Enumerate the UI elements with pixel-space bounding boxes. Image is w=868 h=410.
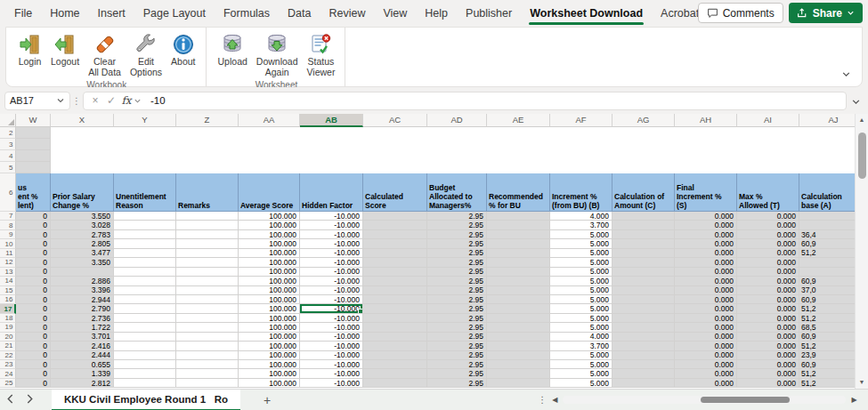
cell-AC18[interactable] <box>363 314 427 323</box>
cell-AB2[interactable] <box>300 127 363 139</box>
cell-AB18[interactable]: -10.000 <box>300 314 363 323</box>
cell-X23[interactable]: 0.655 <box>51 360 114 369</box>
cell-X21[interactable]: 2.416 <box>51 342 114 350</box>
cell-AB24[interactable]: -10.000 <box>300 369 363 378</box>
cell-Z20[interactable] <box>176 333 239 342</box>
cell-AE2[interactable] <box>487 127 550 139</box>
cell-AE21[interactable] <box>487 342 550 350</box>
cell-AE3[interactable] <box>487 139 550 150</box>
ribbon-tab-file[interactable]: File <box>5 0 41 27</box>
row-header-3[interactable]: 3 <box>0 139 16 150</box>
cell-AI16[interactable]: 0.000 <box>737 295 799 304</box>
cell-AD12[interactable]: 2.95 <box>427 258 487 267</box>
cell-AD2[interactable] <box>427 127 487 139</box>
cell-AB10[interactable]: -10.000 <box>300 239 363 248</box>
cell-AF7[interactable]: 4.000 <box>550 212 612 221</box>
cell-AE22[interactable] <box>487 351 550 360</box>
cell-AD23[interactable]: 2.95 <box>427 360 487 369</box>
cell-X24[interactable]: 1.339 <box>51 369 114 378</box>
cell-AF8[interactable]: 3.700 <box>550 221 612 229</box>
upload-button[interactable]: Upload <box>214 30 252 79</box>
cell-AA18[interactable]: 100.000 <box>239 314 300 323</box>
cell-AH7[interactable]: 0.000 <box>675 212 737 221</box>
cell-Z18[interactable] <box>176 314 239 323</box>
cell-AC22[interactable] <box>363 351 427 360</box>
cell-X20[interactable]: 3.701 <box>51 333 114 342</box>
login-button[interactable]: Login <box>13 30 46 79</box>
row-header-22[interactable]: 22 <box>0 351 16 360</box>
cell-Y2[interactable] <box>114 127 176 139</box>
cell-AF20[interactable]: 4.000 <box>550 333 612 342</box>
cell-AF19[interactable]: 5.000 <box>550 323 612 332</box>
cell-AE23[interactable] <box>487 360 550 369</box>
cell-Y10[interactable] <box>114 239 176 248</box>
cell-AE12[interactable] <box>487 258 550 267</box>
cell-AB5[interactable] <box>300 162 363 173</box>
ribbon-tab-help[interactable]: Help <box>416 0 457 27</box>
cell-AA25[interactable]: 100.000 <box>239 379 300 388</box>
cell-AD7[interactable]: 2.95 <box>427 212 487 221</box>
cell-AD20[interactable]: 2.95 <box>427 333 487 342</box>
cell-AB23[interactable]: -10.000 <box>300 360 363 369</box>
cell-W16[interactable]: 0 <box>16 295 51 304</box>
cell-X6[interactable]: Prior Salary Change % <box>51 173 114 212</box>
cell-AA9[interactable]: 100.000 <box>239 230 300 239</box>
cell-W2[interactable] <box>16 127 51 139</box>
cell-X22[interactable]: 2.444 <box>51 351 114 360</box>
cell-Z15[interactable] <box>176 286 239 295</box>
cell-AG17[interactable] <box>612 304 675 313</box>
cell-AD18[interactable]: 2.95 <box>427 314 487 323</box>
cell-W14[interactable]: 0 <box>16 277 51 285</box>
cell-AD25[interactable]: 2.95 <box>427 379 487 388</box>
cell-Y14[interactable] <box>114 277 176 285</box>
cell-AG15[interactable] <box>612 286 675 295</box>
cell-Z9[interactable] <box>176 230 239 239</box>
cell-AF17[interactable]: 5.000 <box>550 304 612 313</box>
cell-AD3[interactable] <box>427 139 487 150</box>
cell-AG23[interactable] <box>612 360 675 369</box>
cell-AC3[interactable] <box>363 139 427 150</box>
cell-AA22[interactable]: 100.000 <box>239 351 300 360</box>
cell-Y23[interactable] <box>114 360 176 369</box>
cell-AG16[interactable] <box>612 295 675 304</box>
cell-Z6[interactable]: Remarks <box>176 173 239 212</box>
cell-X15[interactable]: 3.396 <box>51 286 114 295</box>
cell-Z5[interactable] <box>176 162 239 173</box>
cell-W9[interactable]: 0 <box>16 230 51 239</box>
cell-Y4[interactable] <box>114 150 176 162</box>
cell-W7[interactable]: 0 <box>16 212 51 221</box>
cell-X9[interactable]: 2.783 <box>51 230 114 239</box>
cell-Z13[interactable] <box>176 268 239 277</box>
cell-W24[interactable]: 0 <box>16 369 51 378</box>
cell-X14[interactable]: 2.886 <box>51 277 114 285</box>
cell-AC23[interactable] <box>363 360 427 369</box>
share-button[interactable]: Share <box>789 3 863 23</box>
cell-AH14[interactable]: 0.000 <box>675 277 737 285</box>
sheet-next-icon[interactable] <box>20 394 39 406</box>
cell-Z7[interactable] <box>176 212 239 221</box>
cell-W11[interactable]: 0 <box>16 249 51 258</box>
cell-AA15[interactable]: 100.000 <box>239 286 300 295</box>
cell-AG11[interactable] <box>612 249 675 258</box>
cell-Z23[interactable] <box>176 360 239 369</box>
cell-AF18[interactable]: 5.000 <box>550 314 612 323</box>
cell-AF5[interactable] <box>550 162 612 173</box>
cell-AI14[interactable]: 0.000 <box>737 277 799 285</box>
cell-W15[interactable]: 0 <box>16 286 51 295</box>
cell-Y24[interactable] <box>114 369 176 378</box>
cell-AF4[interactable] <box>550 150 612 162</box>
cell-Y19[interactable] <box>114 323 176 332</box>
cell-AD11[interactable]: 2.95 <box>427 249 487 258</box>
cell-X19[interactable]: 1.722 <box>51 323 114 332</box>
cell-AE10[interactable] <box>487 239 550 248</box>
formula-bar-splitter[interactable]: ⋮ <box>70 96 83 106</box>
cell-AA23[interactable]: 100.000 <box>239 360 300 369</box>
cell-X4[interactable] <box>51 150 114 162</box>
column-header-AI[interactable]: AI <box>737 114 799 127</box>
cell-AI5[interactable] <box>737 162 799 173</box>
cell-AD13[interactable]: 2.95 <box>427 268 487 277</box>
formula-input[interactable]: -10 <box>150 95 166 106</box>
cell-AE18[interactable] <box>487 314 550 323</box>
cell-X5[interactable] <box>51 162 114 173</box>
cell-AF14[interactable]: 5.000 <box>550 277 612 285</box>
